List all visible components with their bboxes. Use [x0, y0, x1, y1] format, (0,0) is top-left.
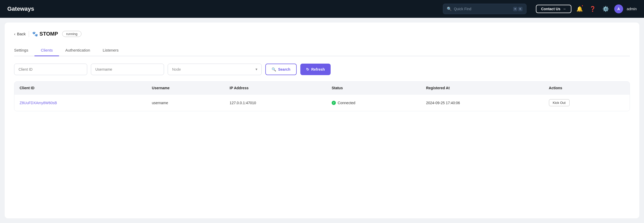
stomp-logo: 🐾 STOMP — [32, 31, 58, 37]
col-status: Status — [326, 82, 421, 94]
col-actions: Actions — [544, 82, 630, 94]
cell-client-id: Z8UuFDXAmy8W60sB — [14, 94, 147, 111]
search-icon: 🔍 — [447, 7, 452, 11]
cell-registered-at: 2024-09-25 17:40:06 — [421, 94, 543, 111]
contact-us-button[interactable]: Contact Us → — [536, 5, 571, 13]
col-client-id: Client ID — [14, 82, 147, 94]
node-select-wrap: Node ▼ — [168, 64, 262, 75]
client-id-input[interactable] — [14, 64, 87, 75]
username-input[interactable] — [91, 64, 164, 75]
table-row: Z8UuFDXAmy8W60sB username 127.0.0.1:4701… — [14, 94, 630, 111]
clients-table-wrap: Client ID Username IP Address Status Reg… — [14, 81, 630, 111]
stomp-icon: 🐾 — [32, 31, 38, 37]
cell-status: Connected — [326, 94, 421, 111]
table-header-row: Client ID Username IP Address Status Reg… — [14, 82, 630, 94]
header: Gateways 🔍 Quick Find ⌘ K Contact Us → 🔔… — [0, 0, 644, 18]
avatar[interactable]: A — [614, 4, 623, 13]
cell-username: username — [147, 94, 225, 111]
node-select[interactable]: Node — [168, 64, 262, 75]
col-ip-address: IP Address — [224, 82, 326, 94]
quick-find-label: Quick Find — [454, 7, 511, 11]
client-id-link[interactable]: Z8UuFDXAmy8W60sB — [20, 101, 57, 105]
status-badge: running — [62, 31, 81, 37]
refresh-icon: ↻ — [306, 67, 309, 71]
chevron-left-icon: ‹ — [14, 32, 15, 36]
tab-settings[interactable]: Settings — [14, 45, 34, 56]
cell-actions: Kick Out — [544, 94, 630, 111]
admin-label: admin — [627, 7, 637, 11]
stomp-name: STOMP — [39, 31, 58, 37]
header-actions: Contact Us → 🔔 ❓ ⚙️ A admin — [536, 4, 637, 14]
help-button[interactable]: ❓ — [588, 4, 598, 14]
gear-icon: ⚙️ — [602, 6, 609, 12]
refresh-button[interactable]: ↻ Refresh — [300, 64, 331, 75]
title-row: ‹ Back 🐾 STOMP running — [14, 31, 630, 37]
notification-dot — [581, 5, 583, 7]
search-btn-icon: 🔍 — [272, 67, 276, 71]
status-connected: Connected — [332, 101, 416, 105]
notifications-button[interactable]: 🔔 — [575, 4, 584, 14]
search-button[interactable]: 🔍 Search — [265, 64, 297, 75]
kick-out-button[interactable]: Kick Out — [549, 99, 570, 106]
tab-clients[interactable]: Clients — [34, 45, 59, 56]
back-button[interactable]: ‹ Back — [14, 32, 26, 36]
kbd-k: K — [518, 7, 523, 11]
col-username: Username — [147, 82, 225, 94]
help-icon: ❓ — [589, 6, 596, 12]
title-divider — [29, 31, 29, 37]
settings-button[interactable]: ⚙️ — [601, 4, 611, 14]
kbd-cmd: ⌘ — [513, 7, 518, 11]
keyboard-shortcut: ⌘ K — [513, 7, 523, 11]
cell-ip-address: 127.0.0.1:47010 — [224, 94, 326, 111]
main-content: ‹ Back 🐾 STOMP running Settings Clients … — [5, 23, 639, 218]
tab-authentication[interactable]: Authentication — [59, 45, 96, 56]
filter-row: Node ▼ 🔍 Search ↻ Refresh — [14, 64, 630, 75]
tabs: Settings Clients Authentication Listener… — [14, 45, 630, 56]
connected-dot-icon — [332, 101, 336, 105]
app-title: Gateways — [7, 5, 34, 12]
tab-listeners[interactable]: Listeners — [96, 45, 125, 56]
quick-find-bar[interactable]: 🔍 Quick Find ⌘ K — [443, 4, 526, 14]
clients-table: Client ID Username IP Address Status Reg… — [14, 82, 630, 111]
col-registered-at: Registered At — [421, 82, 543, 94]
